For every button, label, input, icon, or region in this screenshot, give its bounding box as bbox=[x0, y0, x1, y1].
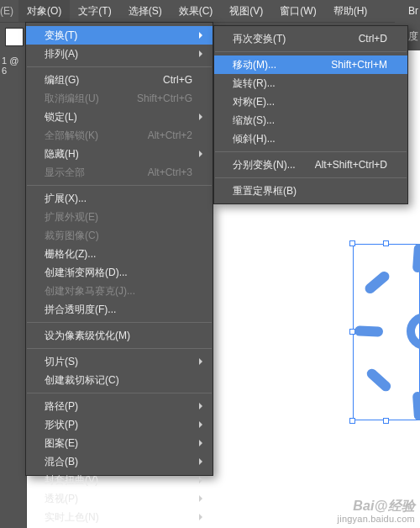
menu-item[interactable]: 编组(G)Ctrl+G bbox=[26, 71, 213, 89]
menu-help[interactable]: 帮助(H) bbox=[325, 0, 376, 22]
menu-item-shortcut: Shift+Ctrl+M bbox=[331, 59, 387, 71]
menu-item-label: 图案(E) bbox=[45, 436, 78, 451]
menu-item-label: 设为像素级优化(M) bbox=[45, 329, 130, 343]
menu-item[interactable]: 栅格化(Z)... bbox=[26, 245, 213, 263]
menu-item: 创建对象马赛克(J)... bbox=[26, 282, 213, 300]
menu-separator bbox=[27, 348, 212, 349]
menu-item-shortcut: Shift+Ctrl+G bbox=[137, 92, 192, 104]
menu-select[interactable]: 选择(S) bbox=[120, 0, 171, 22]
menu-item[interactable]: 重置定界框(B) bbox=[214, 182, 407, 200]
menu-item-label: 分别变换(N)... bbox=[233, 158, 296, 172]
menu-item[interactable]: 变换(T) bbox=[26, 26, 213, 45]
menu-item: 全部解锁(K)Alt+Ctrl+2 bbox=[26, 126, 213, 145]
menu-item[interactable]: 隐藏(H) bbox=[26, 145, 213, 163]
menu-item[interactable]: 形状(P) bbox=[26, 415, 213, 434]
menu-item-shortcut: Alt+Ctrl+2 bbox=[148, 129, 192, 141]
menu-item[interactable]: 再次变换(T)Ctrl+D bbox=[214, 29, 407, 48]
menu-item-label: 排列(A) bbox=[45, 47, 78, 61]
menu-item: 显示全部Alt+Ctrl+3 bbox=[26, 163, 213, 182]
menu-item[interactable]: 混合(B) bbox=[26, 452, 213, 471]
menu-item[interactable]: 扩展(X)... bbox=[26, 189, 213, 208]
menu-item-label: 创建对象马赛克(J)... bbox=[45, 284, 135, 298]
selection[interactable] bbox=[353, 244, 420, 420]
menu-item-label: 编组(G) bbox=[45, 73, 79, 87]
menu-item[interactable]: 拼合透明度(F)... bbox=[26, 300, 213, 319]
menu-item-label: 混合(B) bbox=[45, 455, 78, 469]
menu-item-label: 再次变换(T) bbox=[233, 32, 286, 46]
menu-separator bbox=[215, 51, 407, 52]
menu-separator bbox=[27, 66, 212, 67]
menu-item[interactable]: 设为像素级优化(M) bbox=[26, 326, 213, 345]
sun-ray bbox=[412, 392, 420, 421]
sun-ray bbox=[412, 244, 420, 273]
menu-item-label: 拼合透明度(F)... bbox=[45, 303, 116, 317]
watermark-logo: Bai@经验 bbox=[338, 498, 415, 514]
menu-item-label: 形状(P) bbox=[45, 418, 78, 432]
menu-separator bbox=[27, 322, 212, 323]
menu-item: 裁剪图像(C) bbox=[26, 226, 213, 245]
menu-effect[interactable]: 效果(C) bbox=[171, 0, 222, 22]
menu-item-label: 扩展外观(E) bbox=[45, 210, 98, 224]
object-menu: 变换(T)排列(A)编组(G)Ctrl+G取消编组(U)Shift+Ctrl+G… bbox=[25, 22, 213, 476]
menu-item-label: 栅格化(Z)... bbox=[45, 247, 96, 261]
menu-item[interactable]: 实时上色(N) bbox=[26, 508, 213, 526]
menu-item[interactable]: 切片(S) bbox=[26, 352, 213, 371]
sun-ray bbox=[354, 325, 383, 336]
menu-object[interactable]: 对象(O) bbox=[18, 0, 70, 22]
menu-item-label: 对称(E)... bbox=[233, 95, 275, 109]
menu-item-label: 切片(S) bbox=[45, 355, 78, 369]
transform-submenu: 再次变换(T)Ctrl+D移动(M)...Shift+Ctrl+M旋转(R)..… bbox=[213, 25, 408, 204]
menu-item[interactable]: 封套扭曲(V) bbox=[26, 471, 213, 489]
menu-item-label: 创建渐变网格(D)... bbox=[45, 266, 128, 280]
menu-item[interactable]: 倾斜(H)... bbox=[214, 129, 407, 148]
menu-item[interactable]: 排列(A) bbox=[26, 45, 213, 63]
menu-item: 取消编组(U)Shift+Ctrl+G bbox=[26, 89, 213, 108]
menu-item-label: 隐藏(H) bbox=[45, 147, 79, 161]
menu-item-label: 移动(M)... bbox=[233, 58, 276, 72]
menubar: (E) 对象(O) 文字(T) 选择(S) 效果(C) 视图(V) 窗口(W) … bbox=[0, 0, 420, 22]
menu-separator bbox=[27, 393, 212, 393]
menu-item[interactable]: 锁定(L) bbox=[26, 108, 213, 126]
watermark: Bai@经验 jingyan.baidu.com bbox=[338, 498, 415, 525]
menu-item-label: 旋转(R)... bbox=[233, 77, 276, 91]
zoom-readout: 1 @ 6 bbox=[2, 54, 24, 77]
left-panel: 1 @ 6 bbox=[0, 50, 27, 528]
menu-view[interactable]: 视图(V) bbox=[221, 0, 271, 22]
menu-item[interactable]: 缩放(S)... bbox=[214, 111, 407, 129]
menu-item[interactable]: 路径(P) bbox=[26, 397, 213, 415]
menu-item-label: 倾斜(H)... bbox=[233, 132, 276, 146]
menu-item[interactable]: 图案(E) bbox=[26, 434, 213, 452]
menu-separator bbox=[215, 151, 407, 152]
menu-item-label: 取消编组(U) bbox=[45, 92, 99, 106]
menu-item[interactable]: 创建裁切标记(C) bbox=[26, 371, 213, 389]
menu-item-label: 缩放(S)... bbox=[233, 114, 275, 128]
menu-item-label: 封套扭曲(V) bbox=[45, 473, 98, 488]
menu-item-label: 显示全部 bbox=[45, 166, 85, 180]
menu-item-label: 锁定(L) bbox=[45, 110, 77, 124]
menubar-edge-left: (E) bbox=[0, 5, 18, 17]
menu-item-label: 透视(P) bbox=[45, 492, 78, 506]
menu-item-label: 路径(P) bbox=[45, 399, 78, 414]
menu-separator bbox=[27, 185, 212, 186]
menu-item-label: 变换(T) bbox=[45, 29, 77, 43]
menu-item[interactable]: 移动(M)...Shift+Ctrl+M bbox=[214, 55, 407, 74]
menu-item-shortcut: Ctrl+G bbox=[163, 74, 192, 86]
menu-item-label: 裁剪图像(C) bbox=[45, 229, 99, 243]
menu-item[interactable]: 透视(P) bbox=[26, 489, 213, 508]
fill-swatch[interactable] bbox=[5, 28, 24, 46]
watermark-url: jingyan.baidu.com bbox=[338, 514, 415, 525]
menu-item[interactable]: 分别变换(N)...Alt+Shift+Ctrl+D bbox=[214, 156, 407, 174]
menu-item[interactable]: 对称(E)... bbox=[214, 92, 407, 111]
menu-item[interactable]: 旋转(R)... bbox=[214, 74, 407, 92]
menu-item-shortcut: Ctrl+D bbox=[359, 33, 387, 45]
menu-item[interactable]: 创建渐变网格(D)... bbox=[26, 263, 213, 282]
menu-text[interactable]: 文字(T) bbox=[70, 0, 119, 22]
menu-item-shortcut: Alt+Shift+Ctrl+D bbox=[315, 159, 387, 171]
menu-separator bbox=[215, 177, 407, 178]
menu-item-shortcut: Alt+Ctrl+3 bbox=[148, 166, 192, 178]
menu-item-label: 扩展(X)... bbox=[45, 192, 87, 206]
menu-item: 扩展外观(E) bbox=[26, 208, 213, 226]
menu-item-label: 创建裁切标记(C) bbox=[45, 373, 119, 388]
menu-item-label: 重置定界框(B) bbox=[233, 184, 297, 198]
menu-window[interactable]: 窗口(W) bbox=[271, 0, 324, 22]
